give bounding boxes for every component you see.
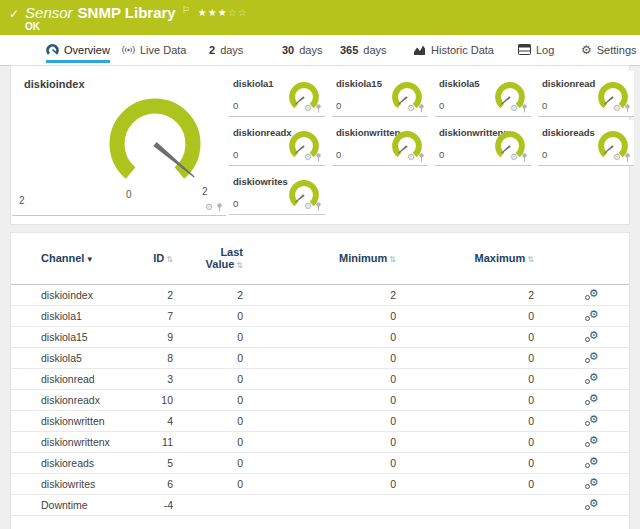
tab-settings[interactable]: ⚙ Settings [581,35,637,64]
mini-pin-icon[interactable] [315,104,322,113]
mini-pin-icon[interactable] [624,153,631,162]
table-row[interactable]: diskiola1 7 0 0 0 ⚙ [11,306,629,327]
channel-settings-icon[interactable]: ⚙ [585,414,599,427]
mini-gear-icon[interactable]: ⚙ [613,153,621,162]
table-row[interactable]: diskiola5 8 0 0 0 ⚙ [11,348,629,369]
cell-minimum: 0 [243,331,398,343]
tab-30-days[interactable]: 30 days [282,35,323,64]
sort-icon: ⇅ [389,255,396,264]
mini-gear-icon[interactable]: ⚙ [407,153,415,162]
tab-historic-data[interactable]: Historic Data [413,35,494,64]
object-kind-label: Sensor [25,4,73,21]
cell-id: 3 [141,373,173,385]
gauge-tile[interactable]: diskionreadx 0 ⚙ [229,120,325,166]
cell-last-value: 0 [173,457,243,469]
table-row[interactable]: diskioindex 2 2 2 2 ⚙ [11,285,629,306]
cell-channel: diskiola5 [11,352,141,364]
gauge-tile[interactable]: diskiola1 0 ⚙ [229,71,325,117]
mini-gear-icon[interactable]: ⚙ [510,104,518,113]
tab-live-data[interactable]: Live Data [122,35,186,64]
col-header-maximum[interactable]: Maximum⇅ [398,252,536,266]
gauge-tile[interactable]: diskionread 0 ⚙ [538,71,634,117]
mini-pin-icon[interactable] [418,104,425,113]
channel-settings-icon[interactable]: ⚙ [585,435,599,448]
channel-settings-icon[interactable]: ⚙ [585,309,599,322]
table-row[interactable]: Downtime -4 ⚙ [11,495,629,516]
table-row[interactable]: diskiola15 9 0 0 0 ⚙ [11,327,629,348]
table-row[interactable]: diskionwritten 4 0 0 0 ⚙ [11,411,629,432]
col-header-last-value[interactable]: LastValue⇅ [173,246,243,272]
channel-settings-icon[interactable]: ⚙ [585,330,599,343]
mini-gear-icon[interactable]: ⚙ [304,104,312,113]
gauge-value: 0 [542,100,547,111]
mini-gear-icon[interactable]: ⚙ [205,203,213,212]
cell-minimum: 2 [243,289,398,301]
gauge-tile[interactable]: diskionwrittenx 0 ⚙ [435,120,531,166]
gauge-value: 0 [233,100,238,111]
col-header-minimum[interactable]: Minimum⇅ [243,252,398,266]
table-row[interactable]: diskionwrittenx 11 0 0 0 ⚙ [11,432,629,453]
table-row[interactable]: diskiowrites 6 0 0 0 ⚙ [11,474,629,495]
gauge-value: 0 [336,149,341,160]
cell-minimum: 0 [243,352,398,364]
channel-settings-icon[interactable]: ⚙ [585,393,599,406]
table-body: diskioindex 2 2 2 2 ⚙ diskiola1 7 0 0 0 [11,285,629,516]
gauge-value: 0 [439,100,444,111]
priority-stars[interactable]: ★★★☆☆ [198,4,248,21]
cell-channel: diskiola1 [11,310,141,322]
mini-pin-icon[interactable] [216,203,223,212]
table-row[interactable]: diskioreads 5 0 0 0 ⚙ [11,453,629,474]
mini-pin-icon[interactable] [315,202,322,211]
mini-gear-icon[interactable]: ⚙ [407,104,415,113]
mini-pin-icon[interactable] [521,104,528,113]
tab-2-days[interactable]: 2 days [209,35,243,64]
star-empty-icons[interactable]: ☆☆ [228,7,248,18]
flag-icon[interactable]: ⚐ [182,2,190,19]
channel-settings-icon[interactable]: ⚙ [585,456,599,469]
tab-number: 30 [282,44,294,56]
mini-gear-icon[interactable]: ⚙ [304,153,312,162]
tab-365-days[interactable]: 365 days [340,35,387,64]
channel-settings-icon[interactable]: ⚙ [585,477,599,490]
col-header-id[interactable]: ID⇅ [141,252,173,266]
mini-pin-icon[interactable] [315,153,322,162]
tab-log[interactable]: Log [518,35,554,64]
table-header-row: Channel▾ ID⇅ LastValue⇅ Minimum⇅ Maximum… [11,233,629,285]
mini-gear-icon[interactable]: ⚙ [510,153,518,162]
cell-id: 8 [141,352,173,364]
channel-settings-icon[interactable]: ⚙ [585,498,599,511]
tab-label: Overview [64,44,110,56]
channel-settings-icon[interactable]: ⚙ [585,372,599,385]
gauge-tile[interactable]: diskiola5 0 ⚙ [435,71,531,117]
mini-gear-icon[interactable]: ⚙ [304,202,312,211]
mini-gear-icon[interactable]: ⚙ [613,104,621,113]
table-row[interactable]: diskionreadx 10 0 0 0 ⚙ [11,390,629,411]
gauge-tile[interactable]: diskionwritten 0 ⚙ [332,120,428,166]
cell-maximum: 2 [398,289,536,301]
cell-channel: diskionreadx [11,394,141,406]
mini-pin-icon[interactable] [521,153,528,162]
tab-overview[interactable]: Overview [46,35,110,64]
gauge-title: diskiola15 [336,78,382,89]
cell-id: 6 [141,478,173,490]
channel-settings-icon[interactable]: ⚙ [585,288,599,301]
mini-pin-icon[interactable] [418,153,425,162]
cell-id: -4 [141,499,173,511]
tab-label: Log [536,44,554,56]
tab-label: Live Data [140,44,186,56]
active-tab-underline [46,60,110,63]
sort-icon: ⇅ [236,261,243,270]
gauge-tile-main[interactable]: diskioindex 0 2 2 ⚙ [12,71,226,216]
gauge-tile[interactable]: diskiowrites 0 ⚙ [229,169,325,215]
sensor-header: ✓ Sensor SNMP Library ⚐ ★★★☆☆ OK [0,0,640,35]
gauge-value: 2 [19,195,25,206]
gauge-tile[interactable]: diskioreads 0 ⚙ [538,120,634,166]
col-header-channel[interactable]: Channel▾ [11,252,141,265]
cell-maximum: 0 [398,478,536,490]
cell-channel: diskionread [11,373,141,385]
channel-settings-icon[interactable]: ⚙ [585,351,599,364]
star-filled-icons[interactable]: ★★★ [198,7,228,18]
table-row[interactable]: diskionread 3 0 0 0 ⚙ [11,369,629,390]
gauge-tile[interactable]: diskiola15 0 ⚙ [332,71,428,117]
mini-pin-icon[interactable] [624,104,631,113]
